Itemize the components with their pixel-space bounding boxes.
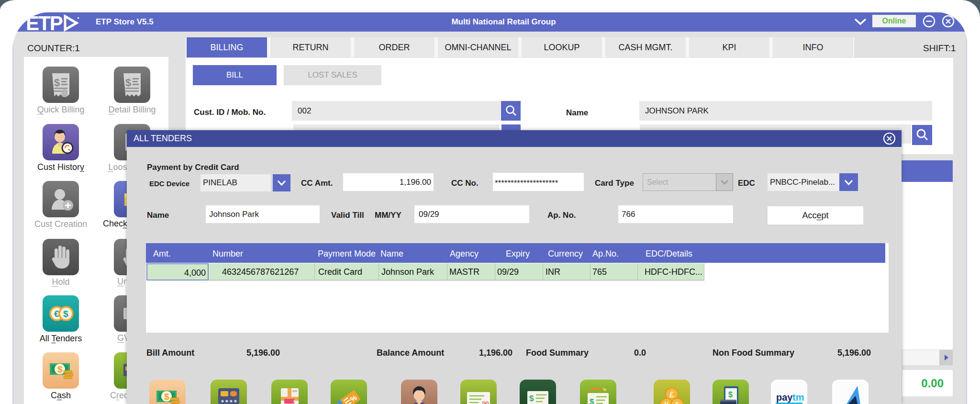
svg-text:$: $ — [57, 364, 63, 374]
svg-text:pay: pay — [776, 392, 793, 403]
svg-text:DO: DO — [482, 401, 489, 404]
svg-text:$: $ — [728, 391, 733, 399]
svg-text:$: $ — [54, 77, 60, 89]
svg-text:¥: ¥ — [664, 401, 669, 404]
svg-text:$: $ — [63, 309, 68, 319]
svg-text:$: $ — [529, 394, 534, 403]
svg-text:£: £ — [669, 390, 674, 399]
svg-text:tm: tm — [792, 392, 804, 403]
svg-text:$: $ — [125, 77, 131, 89]
svg-text:$: $ — [590, 397, 594, 404]
svg-text:$: $ — [164, 392, 169, 402]
svg-text:£: £ — [675, 401, 679, 404]
